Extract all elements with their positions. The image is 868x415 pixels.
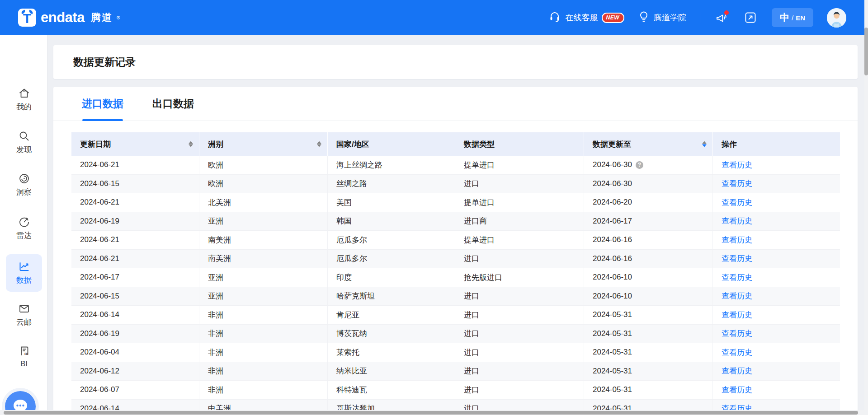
table-row: 2024-06-14 非洲 肯尼亚 进口 2024-05-31? 查看历史 xyxy=(71,306,840,325)
cell-country-region: 韩国 xyxy=(328,212,455,231)
cell-continent: 非洲 xyxy=(199,325,328,343)
cell-data-type: 进口 xyxy=(455,250,584,268)
cell-action: 查看历史 xyxy=(713,343,840,362)
cell-data-type: 抢先版进口 xyxy=(455,268,584,287)
view-history-link[interactable]: 查看历史 xyxy=(722,366,752,376)
view-history-link[interactable]: 查看历史 xyxy=(722,385,752,395)
cell-updated-to: 2024-06-30? xyxy=(584,156,713,174)
brand-logo[interactable]: T endata 腾道 ® xyxy=(18,9,120,27)
view-history-link[interactable]: 查看历史 xyxy=(722,272,752,283)
cell-continent: 欧洲 xyxy=(199,175,328,193)
cell-updated-to: 2024-06-10? xyxy=(584,287,713,306)
table-row: 2024-06-21 南美洲 厄瓜多尔 提单进口 2024-06-16? 查看历… xyxy=(71,231,840,250)
view-history-link[interactable]: 查看历史 xyxy=(722,347,752,358)
cell-update-date: 2024-06-12 xyxy=(71,362,199,381)
horizontal-scrollbar[interactable] xyxy=(0,410,868,415)
sidebar-item-mine[interactable]: 我的 xyxy=(6,81,42,118)
sidebar-item-cloudmail[interactable]: 云邮 xyxy=(6,296,42,334)
sidebar-item-discover[interactable]: 发现 xyxy=(6,124,42,161)
view-history-link[interactable]: 查看历史 xyxy=(722,253,752,264)
cell-action: 查看历史 xyxy=(713,268,840,287)
cell-updated-to: 2024-06-16? xyxy=(584,250,713,268)
table-header-row: 更新日期 洲别 国家/地区 数据类型 数据更新至 操作 xyxy=(71,132,840,156)
sidebar-item-data[interactable]: 数据 xyxy=(6,254,42,292)
cell-action: 查看历史 xyxy=(713,175,840,193)
cell-country-region: 肯尼亚 xyxy=(328,306,455,324)
cell-update-date: 2024-06-21 xyxy=(71,231,199,249)
table-row: 2024-06-19 亚洲 韩国 进口商 2024-06-17? 查看历史 xyxy=(71,212,840,231)
cell-data-type: 提单进口 xyxy=(455,156,584,174)
cell-country-region: 科特迪瓦 xyxy=(328,381,455,399)
cell-update-date: 2024-06-15 xyxy=(71,175,199,193)
online-support-label: 在线客服 xyxy=(565,12,598,23)
cell-action: 查看历史 xyxy=(713,362,840,381)
cell-updated-to: 2024-05-31? xyxy=(584,362,713,381)
cell-continent: 南美洲 xyxy=(199,231,328,249)
tab-export-data[interactable]: 出口数据 xyxy=(152,87,194,121)
update-records-table: 更新日期 洲别 国家/地区 数据类型 数据更新至 操作 2024-06-21 xyxy=(71,132,840,415)
cell-continent: 亚洲 xyxy=(199,287,328,306)
column-header-update-date: 更新日期 xyxy=(71,132,199,156)
sort-control[interactable] xyxy=(189,141,193,147)
cell-country-region: 丝绸之路 xyxy=(328,175,455,193)
table-row: 2024-06-15 亚洲 哈萨克斯坦 进口 2024-06-10? 查看历史 xyxy=(71,287,840,306)
view-history-link[interactable]: 查看历史 xyxy=(722,291,752,301)
cell-country-region: 纳米比亚 xyxy=(328,362,455,381)
bi-icon: BI xyxy=(18,345,30,357)
vertical-scrollbar[interactable] xyxy=(864,0,868,415)
column-header-data-type: 数据类型 xyxy=(455,132,584,156)
view-history-link[interactable]: 查看历史 xyxy=(722,160,752,170)
sort-control[interactable] xyxy=(702,141,707,147)
cell-data-type: 进口 xyxy=(455,287,584,306)
view-history-link[interactable]: 查看历史 xyxy=(722,310,752,320)
view-history-link[interactable]: 查看历史 xyxy=(722,197,752,208)
column-header-updated-to: 数据更新至 xyxy=(584,132,713,156)
column-header-country-region: 国家/地区 xyxy=(328,132,455,156)
cell-data-type: 提单进口 xyxy=(455,231,584,249)
announcements-button[interactable] xyxy=(714,10,729,25)
cell-continent: 南美洲 xyxy=(199,250,328,268)
table-row: 2024-06-12 非洲 纳米比亚 进口 2024-05-31? 查看历史 xyxy=(71,362,840,381)
cell-updated-to: 2024-05-31? xyxy=(584,325,713,343)
user-avatar[interactable] xyxy=(827,8,846,28)
tab-import-data[interactable]: 进口数据 xyxy=(82,87,123,121)
expand-icon xyxy=(744,11,757,24)
sidebar-item-radar[interactable]: 雷达 xyxy=(6,210,42,247)
cell-country-region: 美国 xyxy=(328,193,455,212)
table-row: 2024-06-21 北美洲 美国 提单进口 2024-06-20? 查看历史 xyxy=(71,193,840,212)
left-sidebar: 我的 发现 洞察 雷达 数据 云邮 xyxy=(0,35,47,415)
view-history-link[interactable]: 查看历史 xyxy=(722,216,752,226)
fullscreen-button[interactable] xyxy=(743,10,758,25)
language-toggle-button[interactable]: 中 / EN xyxy=(772,8,813,27)
view-history-link[interactable]: 查看历史 xyxy=(722,235,752,245)
cell-updated-to: 2024-06-16? xyxy=(584,231,713,249)
home-icon xyxy=(18,87,30,99)
data-chart-icon xyxy=(18,261,30,273)
cell-update-date: 2024-06-17 xyxy=(71,268,199,287)
page-title: 数据更新记录 xyxy=(73,55,136,69)
sidebar-item-bi[interactable]: BI BI xyxy=(6,338,42,375)
cell-action: 查看历史 xyxy=(713,250,840,268)
view-history-link[interactable]: 查看历史 xyxy=(722,328,752,339)
cell-continent: 亚洲 xyxy=(199,212,328,231)
help-icon[interactable]: ? xyxy=(636,161,643,169)
cell-country-region: 哈萨克斯坦 xyxy=(328,287,455,306)
sidebar-item-insight[interactable]: 洞察 xyxy=(6,166,42,204)
cell-action: 查看历史 xyxy=(713,287,840,306)
brand-name-en: endata xyxy=(41,9,85,26)
online-support-button[interactable]: 在线客服 NEW xyxy=(548,10,624,25)
horizontal-scrollbar-thumb[interactable] xyxy=(4,411,858,415)
cell-country-region: 厄瓜多尔 xyxy=(328,231,455,249)
cell-action: 查看历史 xyxy=(713,193,840,212)
academy-button[interactable]: 腾道学院 xyxy=(638,10,686,25)
brand-registered-mark: ® xyxy=(117,15,120,20)
vertical-scrollbar-thumb[interactable] xyxy=(864,28,868,75)
view-history-link[interactable]: 查看历史 xyxy=(722,178,752,189)
cell-continent: 非洲 xyxy=(199,343,328,362)
academy-label: 腾道学院 xyxy=(654,12,686,23)
data-update-card: 进口数据 出口数据 更新日期 洲别 国家/地区 数据类型 数据更新至 xyxy=(53,87,858,415)
sort-control[interactable] xyxy=(317,141,321,147)
cell-data-type: 进口商 xyxy=(455,212,584,231)
cell-data-type: 进口 xyxy=(455,362,584,381)
cell-updated-to: 2024-06-20? xyxy=(584,193,713,212)
